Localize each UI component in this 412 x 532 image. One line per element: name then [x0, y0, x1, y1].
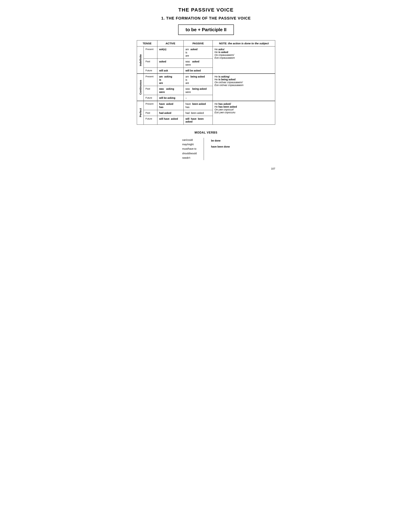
active-past-cont: was were asking: [157, 86, 184, 95]
active-future-indef: will ask: [157, 68, 184, 74]
note-continuous: He is asking/ He is being asked Он сейча…: [213, 74, 275, 101]
sub-tense-future-cont: Future: [144, 95, 157, 101]
active-past-indef: asked: [157, 59, 184, 68]
sub-tense-past-perf: Past: [144, 110, 157, 116]
passive-past-perf: had been asked: [184, 110, 213, 116]
modal-right: be done have been done: [204, 138, 230, 150]
group-indefinite: Indefinite: [137, 47, 144, 74]
active-future-cont: will be asking: [157, 95, 184, 101]
modal-content: can/could may/might must/have to should/…: [137, 138, 275, 160]
sub-tense-future-perf: Future: [144, 116, 157, 125]
col-passive: PASSIVE: [184, 40, 213, 47]
col-note: NOTE: the action is done to the subject: [213, 40, 275, 47]
sub-tense-present-cont: Present: [144, 74, 157, 86]
active-present-cont: am is are asking: [157, 74, 184, 86]
passive-past-cont: was were being asked: [184, 86, 213, 95]
main-title: THE PASSIVE VOICE: [137, 7, 275, 13]
modal-left: can/could may/might must/have to should/…: [182, 138, 204, 160]
passive-future-indef: will be asked: [184, 68, 213, 74]
passive-future-cont: –: [184, 95, 213, 101]
active-future-perf: will have asked: [157, 116, 184, 125]
modal-item-2: may/might: [182, 142, 197, 147]
group-continuous: Continuous: [137, 74, 144, 101]
active-present-perf: have has asked: [157, 101, 184, 110]
passive-present-cont: am is are being asked: [184, 74, 213, 86]
note-indefinite: He asks/ He is asked Он спрашивает/ Его …: [213, 47, 275, 74]
note-perfect: He has asked/ He has been asked Он уже с…: [213, 101, 275, 125]
sub-tense-present-indef: Present: [144, 47, 157, 59]
sub-tense-future-indef: Future: [144, 68, 157, 74]
grammar-table: TENSE ACTIVE PASSIVE NOTE: the action is…: [137, 40, 275, 125]
modal-item-3: must/have to: [182, 147, 197, 151]
modal-section: MODAL VERBS can/could may/might must/hav…: [137, 131, 275, 160]
active-past-perf: had asked: [157, 110, 184, 116]
formula-box: to be + Participle II: [178, 24, 234, 35]
modal-item-1: can/could: [182, 138, 197, 142]
modal-right-1: be done: [211, 138, 230, 144]
modal-item-4: should/would: [182, 151, 197, 156]
passive-present-indef: am is are asked: [184, 47, 213, 59]
group-perfect: Perfect: [137, 101, 144, 125]
passive-present-perf: have has been asked: [184, 101, 213, 110]
modal-title: MODAL VERBS: [137, 131, 275, 134]
col-active: ACTIVE: [157, 40, 184, 47]
passive-future-perf: will have beenasked: [184, 116, 213, 125]
sub-tense-past-cont: Past: [144, 86, 157, 95]
col-tense: TENSE: [137, 40, 157, 47]
page-number: 107: [137, 167, 275, 170]
modal-right-2: have been done: [211, 144, 230, 150]
sub-tense-present-perf: Present: [144, 101, 157, 110]
passive-past-indef: was were asked: [184, 59, 213, 68]
active-present-indef: ask(s): [157, 47, 184, 59]
modal-item-5: needn't: [182, 156, 197, 160]
sub-tense-past-indef: Past: [144, 59, 157, 68]
sub-title: 1. THE FORMATION OF THE PASSIVE VOICE: [137, 16, 275, 20]
